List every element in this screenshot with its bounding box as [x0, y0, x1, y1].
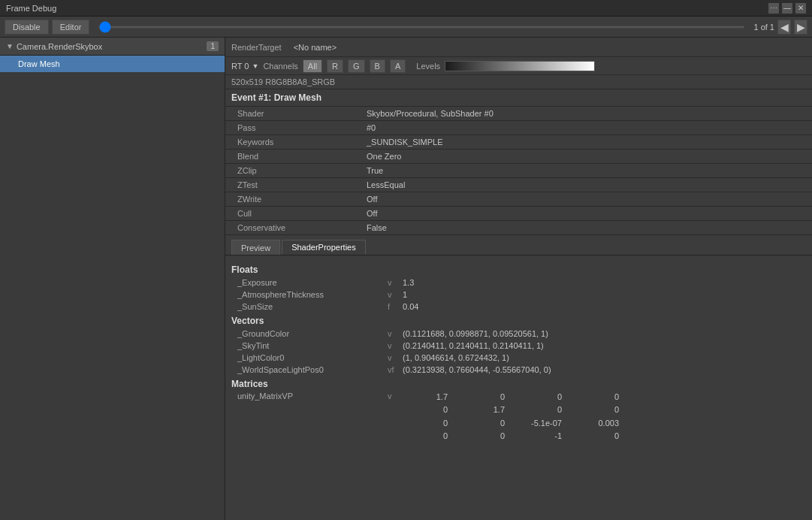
matrix-cell: 0	[403, 404, 448, 416]
shader-props: Floats_Exposurev1.3_AtmosphereThicknessv…	[225, 255, 812, 449]
title-bar-controls: ⋯ — ✕	[768, 3, 806, 14]
matrix-values: 00-5.1e-070.003	[403, 418, 619, 429]
shader-prop-type: v	[388, 278, 403, 287]
shader-prop-name: _WorldSpaceLightPos0	[237, 365, 388, 374]
shader-prop-type: f	[388, 302, 403, 311]
channels-label: Channels	[263, 62, 297, 71]
shader-prop-value: 0.04	[403, 302, 418, 311]
channel-all-button[interactable]: All	[303, 59, 322, 73]
section-title: Floats	[231, 262, 806, 277]
tab-shaderproperties[interactable]: ShaderProperties	[282, 240, 366, 255]
matrix-cell: 0.003	[574, 418, 619, 429]
shader-prop-name: _GroundColor	[237, 329, 388, 338]
rt-label: RT 0	[231, 62, 249, 71]
shader-prop-type: v	[388, 353, 403, 362]
prop-value: False	[361, 221, 812, 235]
matrix-name	[237, 404, 388, 416]
render-target-value: <No name>	[294, 43, 337, 52]
shader-prop-row: _Exposurev1.3	[231, 277, 806, 289]
shader-prop-type: v	[388, 329, 403, 338]
matrix-type	[388, 431, 403, 442]
section-title: Matrices	[231, 376, 806, 391]
disable-button[interactable]: Disable	[5, 20, 49, 35]
matrix-cell: 0	[517, 404, 562, 416]
channel-g-button[interactable]: G	[348, 59, 365, 73]
page-info: 1 of 1	[753, 23, 774, 32]
event-header: Event #1: Draw Mesh	[225, 89, 812, 107]
matrix-name	[237, 418, 388, 429]
image-info: 520x519 R8G8B8A8_SRGB	[225, 75, 812, 89]
rt-dropdown: RT 0 ▼	[231, 62, 258, 71]
matrix-cell: 0	[517, 392, 562, 403]
left-panel: ▼ Camera.RenderSkybox 1 Draw Mesh	[0, 38, 225, 520]
title-bar-text: Frame Debug	[6, 4, 56, 13]
levels-bar	[445, 61, 595, 71]
shader-prop-type: vf	[388, 365, 403, 374]
matrix-cell: -5.1e-07	[517, 418, 562, 429]
prop-value: _SUNDISK_SIMPLE	[361, 135, 812, 150]
prop-label: Conservative	[225, 221, 361, 235]
shader-prop-value: 1.3	[403, 278, 414, 287]
prop-label: Blend	[225, 150, 361, 164]
slider-container	[98, 26, 744, 29]
matrix-cell: 0	[403, 431, 448, 442]
shader-prop-row: _LightColor0v(1, 0.9046614, 0.6724432, 1…	[231, 352, 806, 364]
expand-icon: ▼	[6, 42, 14, 50]
draw-mesh-item[interactable]: Draw Mesh	[0, 56, 225, 72]
camera-label: Camera.RenderSkybox	[17, 42, 102, 51]
left-panel-header: ▼ Camera.RenderSkybox 1	[0, 38, 225, 56]
matrix-cell: 1.7	[403, 392, 448, 403]
channel-b-button[interactable]: B	[370, 59, 385, 73]
shader-prop-row: _SkyTintv(0.2140411, 0.2140411, 0.214041…	[231, 340, 806, 352]
render-target-label: RenderTarget	[231, 43, 282, 52]
next-button[interactable]: ▶	[794, 20, 807, 35]
channel-a-button[interactable]: A	[390, 59, 406, 73]
section-title: Vectors	[231, 313, 806, 328]
render-target-bar: RenderTarget <No name>	[225, 38, 812, 57]
prop-value: Off	[361, 192, 812, 207]
toolbar: Disable Editor 1 of 1 ◀ ▶	[0, 17, 812, 38]
prop-value: LessEqual	[361, 178, 812, 192]
matrix-cell: 0	[574, 431, 619, 442]
matrix-cell: 0	[460, 392, 505, 403]
prop-value: Skybox/Procedural, SubShader #0	[361, 107, 812, 121]
prop-value: Off	[361, 207, 812, 221]
matrix-type	[388, 418, 403, 429]
editor-button[interactable]: Editor	[52, 20, 90, 35]
matrix-cell: 1.7	[460, 404, 505, 416]
matrix-type: v	[388, 392, 403, 403]
matrix-name	[237, 431, 388, 442]
shader-prop-name: _AtmosphereThickness	[237, 290, 388, 299]
prop-label: Shader	[225, 107, 361, 121]
shader-prop-value: (0.1121688, 0.0998871, 0.09520561, 1)	[403, 329, 548, 338]
close-button[interactable]: ✕	[795, 3, 806, 14]
prop-label: Cull	[225, 207, 361, 221]
prop-label: ZWrite	[225, 192, 361, 207]
matrix-row: unity_MatrixVPv1.7000	[231, 391, 806, 404]
matrix-name: unity_MatrixVP	[237, 392, 388, 403]
prop-value: True	[361, 164, 812, 178]
prev-button[interactable]: ◀	[777, 20, 791, 35]
matrix-values: 00-10	[403, 431, 619, 442]
tab-preview[interactable]: Preview	[231, 240, 280, 255]
prop-label: ZClip	[225, 164, 361, 178]
shader-prop-name: _SunSize	[237, 302, 388, 311]
shader-prop-name: _SkyTint	[237, 341, 388, 350]
matrix-cell: 0	[574, 392, 619, 403]
right-panel: RenderTarget <No name> RT 0 ▼ Channels A…	[225, 38, 812, 520]
matrix-cell: 0	[403, 418, 448, 429]
draw-mesh-label: Draw Mesh	[18, 59, 60, 68]
properties-table: ShaderSkybox/Procedural, SubShader #0Pas…	[225, 107, 812, 235]
minimize-button[interactable]: —	[782, 3, 792, 14]
matrix-cell: 0	[574, 404, 619, 416]
rt-chevron-icon[interactable]: ▼	[252, 62, 258, 70]
shader-prop-name: _LightColor0	[237, 353, 388, 362]
channel-r-button[interactable]: R	[327, 59, 343, 73]
frame-slider[interactable]	[98, 26, 744, 29]
tabs-bar: PreviewShaderProperties	[225, 235, 812, 255]
matrix-cell: 0	[460, 431, 505, 442]
more-button[interactable]: ⋯	[768, 3, 779, 14]
shader-prop-row: _AtmosphereThicknessv1	[231, 289, 806, 301]
shader-prop-type: v	[388, 341, 403, 350]
shader-prop-name: _Exposure	[237, 278, 388, 287]
